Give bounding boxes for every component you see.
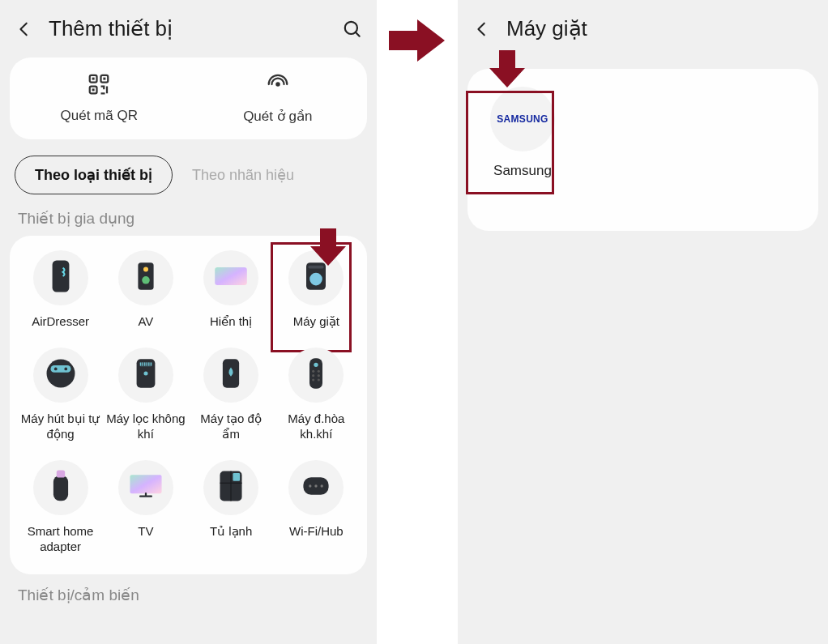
hub-icon bbox=[301, 474, 331, 501]
svg-point-35 bbox=[318, 374, 320, 377]
scan-nearby-button[interactable]: Quét ở gần bbox=[189, 72, 368, 125]
svg-point-16 bbox=[46, 359, 75, 387]
svg-rect-44 bbox=[233, 473, 241, 481]
device-label: Tủ lạnh bbox=[210, 523, 252, 540]
section-home-appliances: Thiết bị gia dụng bbox=[0, 209, 377, 236]
svg-point-28 bbox=[143, 371, 147, 375]
qr-icon bbox=[87, 72, 111, 100]
device-label: AV bbox=[138, 313, 153, 330]
svg-point-33 bbox=[318, 369, 320, 372]
device-adapter[interactable]: Smart home adapter bbox=[18, 460, 103, 555]
header: Thêm thiết bị bbox=[0, 0, 377, 58]
brand-logo-circle: SAMSUNG bbox=[490, 87, 555, 151]
device-label: Hiển thị bbox=[210, 313, 252, 330]
svg-point-18 bbox=[54, 367, 58, 370]
device-label: Máy giặt bbox=[293, 313, 339, 330]
svg-rect-6 bbox=[92, 88, 95, 91]
device-label: Wi-Fi/Hub bbox=[289, 523, 344, 540]
tab-row: Theo loại thiết bị Theo nhãn hiệu bbox=[0, 156, 377, 209]
svg-point-47 bbox=[315, 484, 318, 487]
search-button[interactable] bbox=[341, 18, 364, 41]
svg-point-48 bbox=[321, 484, 323, 487]
svg-rect-40 bbox=[130, 475, 161, 493]
display-icon bbox=[213, 265, 249, 291]
svg-point-7 bbox=[275, 82, 280, 87]
svg-rect-5 bbox=[104, 78, 106, 80]
tv-icon bbox=[127, 471, 164, 504]
svg-point-37 bbox=[318, 378, 320, 381]
fridge-icon bbox=[218, 470, 244, 505]
back-button[interactable] bbox=[471, 18, 493, 41]
device-robot-vacuum[interactable]: Máy hút bụi tự động bbox=[18, 348, 103, 442]
page-title: Máy giặt bbox=[506, 16, 815, 41]
svg-rect-38 bbox=[53, 476, 68, 501]
devices-grid: AirDresser AV Hiển thị Máy giặt Máy hút … bbox=[10, 236, 367, 574]
svg-point-46 bbox=[309, 484, 311, 487]
ac-remote-icon bbox=[308, 357, 324, 393]
svg-point-10 bbox=[143, 267, 148, 272]
header: Máy giặt bbox=[458, 0, 828, 58]
svg-rect-17 bbox=[50, 365, 70, 373]
device-label: Máy tạo độ ẩm bbox=[190, 411, 271, 442]
device-label: TV bbox=[138, 523, 153, 540]
tab-by-type[interactable]: Theo loại thiết bị bbox=[15, 156, 173, 194]
arrow-right-icon bbox=[385, 16, 450, 68]
device-label: Máy đ.hòa kh.khí bbox=[275, 411, 356, 442]
svg-point-31 bbox=[314, 362, 318, 366]
device-label: Smart home adapter bbox=[20, 523, 101, 555]
svg-rect-14 bbox=[309, 266, 324, 269]
svg-point-36 bbox=[312, 378, 314, 381]
scan-card: Quét mã QR Quét ở gần bbox=[10, 58, 367, 139]
air-purifier-icon bbox=[134, 358, 157, 392]
screen-washer-brands: Máy giặt SAMSUNG Samsung bbox=[458, 0, 828, 644]
robot-vacuum-icon bbox=[45, 357, 77, 393]
samsung-logo: SAMSUNG bbox=[497, 113, 548, 125]
back-button[interactable] bbox=[13, 18, 36, 41]
scan-nearby-label: Quét ở gần bbox=[243, 108, 312, 125]
scan-qr-button[interactable]: Quét mã QR bbox=[10, 72, 189, 125]
device-airdresser[interactable]: AirDresser bbox=[18, 250, 103, 330]
svg-rect-4 bbox=[92, 78, 95, 80]
device-hub[interactable]: Wi-Fi/Hub bbox=[274, 460, 359, 555]
screen-add-device: Thêm thiết bị Quét mã QR bbox=[0, 0, 377, 644]
scan-qr-label: Quét mã QR bbox=[61, 108, 138, 124]
transition-gap bbox=[377, 0, 458, 644]
radar-icon bbox=[266, 72, 290, 100]
device-ac[interactable]: Máy đ.hòa kh.khí bbox=[274, 348, 359, 442]
svg-point-11 bbox=[142, 276, 150, 284]
device-label: AirDresser bbox=[32, 313, 89, 330]
section-sensors: Thiết bị/cảm biến bbox=[0, 574, 377, 604]
device-av[interactable]: AV bbox=[103, 250, 188, 330]
device-label: Máy lọc không khí bbox=[105, 411, 186, 442]
page-title: Thêm thiết bị bbox=[49, 16, 328, 41]
device-fridge[interactable]: Tủ lạnh bbox=[189, 460, 274, 555]
brand-label: Samsung bbox=[493, 163, 552, 179]
svg-point-15 bbox=[310, 273, 323, 286]
svg-rect-12 bbox=[215, 267, 247, 285]
adapter-icon bbox=[50, 469, 71, 506]
svg-point-32 bbox=[312, 369, 314, 372]
device-humidifier[interactable]: Máy tạo độ ẩm bbox=[189, 348, 274, 442]
washer-icon bbox=[304, 262, 328, 294]
svg-rect-8 bbox=[52, 261, 69, 292]
speaker-icon bbox=[136, 261, 156, 295]
svg-point-19 bbox=[64, 367, 67, 370]
airdresser-icon bbox=[50, 259, 71, 296]
svg-rect-39 bbox=[56, 470, 64, 477]
brands-card: SAMSUNG Samsung bbox=[467, 69, 818, 231]
device-display[interactable]: Hiển thị bbox=[189, 250, 274, 330]
brand-samsung[interactable]: SAMSUNG Samsung bbox=[482, 87, 563, 182]
device-air-purifier[interactable]: Máy lọc không khí bbox=[103, 348, 188, 442]
humidifier-icon bbox=[220, 358, 241, 392]
device-label: Máy hút bụi tự động bbox=[20, 411, 101, 442]
device-washer[interactable]: Máy giặt bbox=[274, 250, 359, 330]
svg-point-34 bbox=[312, 374, 314, 377]
tab-by-brand[interactable]: Theo nhãn hiệu bbox=[192, 166, 294, 184]
device-tv[interactable]: TV bbox=[103, 460, 188, 555]
